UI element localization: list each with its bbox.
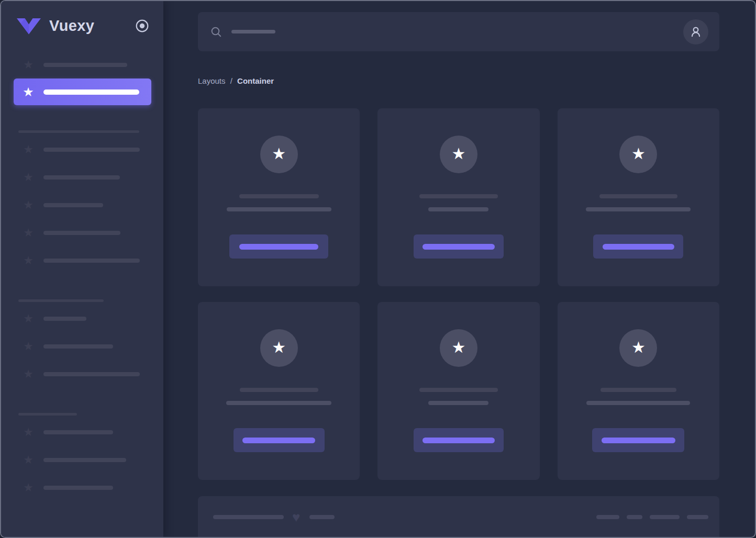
skeleton-label <box>43 317 86 321</box>
button-label-skeleton <box>602 438 675 443</box>
search-icon <box>210 26 222 38</box>
sidebar-item[interactable]: ★ <box>1 474 163 501</box>
star-icon: ★ <box>22 86 35 98</box>
sidebar-section-items: ★ ★ ★ <box>1 305 163 388</box>
brand-name: Vuexy <box>49 17 94 35</box>
card-avatar-circle: ★ <box>440 136 477 173</box>
placeholder-card: ★ <box>377 108 539 286</box>
sidebar-item[interactable]: ★ <box>1 136 163 163</box>
breadcrumb-layouts[interactable]: Layouts <box>198 76 226 85</box>
card-title-skeleton <box>239 194 319 198</box>
sidebar-item[interactable]: ★ <box>1 51 163 79</box>
card-action-button[interactable] <box>229 234 328 259</box>
footer-links <box>596 515 708 519</box>
placeholder-card: ★ <box>198 108 360 286</box>
sidebar-item[interactable]: ★ <box>1 191 163 219</box>
card-title-skeleton <box>599 194 677 198</box>
sidebar-section-items: ★ ★ ★ <box>1 418 163 501</box>
star-icon: ★ <box>22 144 35 155</box>
card-title-skeleton <box>240 388 318 392</box>
search-bar[interactable] <box>198 12 719 51</box>
card-action-button[interactable] <box>414 428 504 452</box>
star-icon: ★ <box>452 146 466 163</box>
sidebar-item[interactable]: ★ <box>1 305 163 332</box>
skeleton-label <box>43 175 120 180</box>
skeleton-label <box>43 344 113 349</box>
star-icon: ★ <box>631 340 646 357</box>
card-subtitle-skeleton <box>227 207 331 211</box>
footer-text-skeleton <box>213 515 284 519</box>
card-action-button[interactable] <box>592 428 684 452</box>
sidebar-section-divider <box>18 413 77 416</box>
sidebar-menu: ★ ★ ★ ★ <box>1 51 163 501</box>
breadcrumb: Layouts / Container <box>198 76 719 85</box>
star-icon: ★ <box>22 482 35 494</box>
footer-link-skeleton <box>650 515 680 519</box>
footer-link-skeleton <box>627 515 642 519</box>
star-icon: ★ <box>22 313 35 324</box>
skeleton-label <box>43 259 140 263</box>
vuexy-logo-icon <box>16 18 41 35</box>
card-action-button[interactable] <box>414 234 504 259</box>
placeholder-card: ★ <box>198 302 360 480</box>
skeleton-label <box>43 486 113 490</box>
footer-link-skeleton <box>687 515 708 519</box>
card-grid: ★ ★ <box>198 108 719 480</box>
sidebar-item[interactable]: ★ <box>1 418 163 446</box>
card-subtitle-skeleton <box>226 401 331 405</box>
skeleton-label <box>43 203 103 207</box>
user-avatar-button[interactable] <box>683 19 708 44</box>
app-window: Vuexy ★ ★ ★ <box>0 0 756 538</box>
button-label-skeleton <box>239 244 318 250</box>
card-avatar-circle: ★ <box>619 329 657 367</box>
skeleton-label <box>43 148 140 152</box>
star-icon: ★ <box>22 454 35 466</box>
placeholder-card: ★ <box>377 302 539 480</box>
star-icon: ★ <box>22 59 35 71</box>
card-subtitle-skeleton <box>586 401 690 405</box>
footer-link-skeleton <box>596 515 619 519</box>
sidebar-item[interactable]: ★ <box>1 219 163 246</box>
heart-icon: ♥ <box>292 510 300 524</box>
sidebar-pin-toggle-icon[interactable] <box>135 19 149 33</box>
brand-link[interactable]: Vuexy <box>16 17 94 35</box>
skeleton-label <box>43 372 140 376</box>
card-avatar-circle: ★ <box>619 136 657 173</box>
card-avatar-circle: ★ <box>260 329 298 367</box>
footer-text-skeleton <box>309 515 335 519</box>
card-action-button[interactable] <box>593 234 683 259</box>
footer-card: ♥ <box>198 496 719 538</box>
star-icon: ★ <box>22 368 35 380</box>
card-avatar-circle: ★ <box>440 329 477 367</box>
sidebar-header: Vuexy <box>1 1 163 51</box>
sidebar-section-items: ★ ★ ★ ★ <box>1 136 163 274</box>
search-placeholder-skeleton <box>231 30 275 33</box>
skeleton-label <box>43 63 127 67</box>
star-icon: ★ <box>22 172 35 183</box>
sidebar-item[interactable]: ★ <box>1 332 163 360</box>
sidebar-item-active[interactable]: ★ <box>14 79 151 105</box>
skeleton-label <box>43 89 139 95</box>
breadcrumb-separator: / <box>230 76 232 85</box>
card-subtitle-skeleton <box>428 401 488 405</box>
main-content: Layouts / Container ★ <box>163 1 755 537</box>
button-label-skeleton <box>423 244 495 250</box>
card-subtitle-skeleton <box>586 207 691 211</box>
card-title-skeleton <box>601 388 676 392</box>
button-label-skeleton <box>423 438 495 443</box>
sidebar-item[interactable]: ★ <box>1 446 163 474</box>
sidebar-section-divider <box>18 299 104 302</box>
button-label-skeleton <box>603 244 675 250</box>
star-icon: ★ <box>22 255 35 266</box>
star-icon: ★ <box>452 340 466 357</box>
card-subtitle-skeleton <box>428 207 488 211</box>
person-icon <box>689 25 703 39</box>
star-icon: ★ <box>22 341 35 352</box>
sidebar-item[interactable]: ★ <box>1 163 163 191</box>
card-action-button[interactable] <box>234 428 325 452</box>
star-icon: ★ <box>272 146 286 163</box>
button-label-skeleton <box>242 438 315 443</box>
star-icon: ★ <box>22 427 35 438</box>
sidebar-item[interactable]: ★ <box>1 360 163 388</box>
sidebar-item[interactable]: ★ <box>1 246 163 274</box>
